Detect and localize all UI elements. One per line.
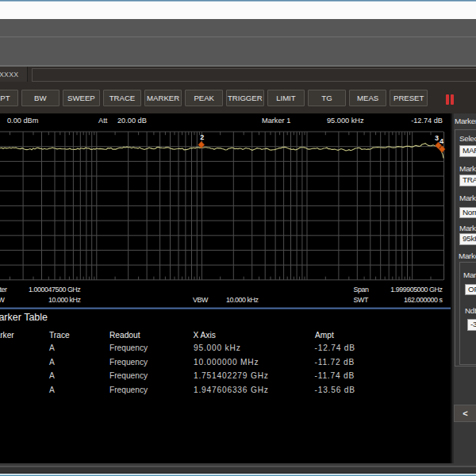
svg-text:VBW: VBW — [193, 296, 209, 304]
svg-text:Span: Span — [354, 286, 369, 294]
svg-text:-11.72 dB: -11.72 dB — [315, 358, 355, 367]
svg-text:3: 3 — [435, 134, 439, 142]
svg-text:Frequency: Frequency — [109, 358, 148, 367]
svg-text:10.000 kHz: 10.000 kHz — [48, 296, 80, 304]
svg-text:-13.56 dB: -13.56 dB — [315, 386, 355, 394]
svg-text:1.000047500 GHz: 1.000047500 GHz — [29, 286, 80, 294]
svg-text:Frequency: Frequency — [109, 386, 148, 394]
svg-text:2: 2 — [200, 133, 204, 141]
svg-text:Marker Table: Marker Table — [0, 312, 48, 323]
svg-text:20.00 dB: 20.00 dB — [117, 117, 147, 125]
svg-text:A: A — [49, 344, 55, 352]
svg-text:Marker 1: Marker 1 — [262, 117, 290, 125]
svg-text:Frequency: Frequency — [109, 344, 148, 352]
svg-text:A: A — [49, 358, 55, 367]
svg-text:-12.74 dB: -12.74 dB — [411, 117, 443, 125]
svg-text:1.999905000 GHz: 1.999905000 GHz — [390, 286, 442, 294]
svg-text:Trace: Trace — [49, 331, 70, 340]
svg-text:10.000 kHz: 10.000 kHz — [226, 296, 258, 304]
svg-text:-11.74 dB: -11.74 dB — [315, 371, 355, 380]
svg-text:4: 4 — [440, 137, 443, 145]
svg-text:Frequency: Frequency — [109, 371, 148, 380]
svg-text:95.000 kHz: 95.000 kHz — [194, 344, 241, 352]
svg-text:A: A — [49, 371, 55, 380]
svg-text:1.947606336 GHz: 1.947606336 GHz — [194, 386, 269, 394]
svg-text:Center: Center — [0, 286, 7, 294]
svg-text:Ampt: Ampt — [315, 331, 334, 340]
svg-text:162.000000 s: 162.000000 s — [404, 296, 443, 304]
svg-text:-12.74 dB: -12.74 dB — [315, 344, 355, 352]
svg-text:A: A — [49, 386, 55, 394]
svg-text:SWT: SWT — [354, 296, 369, 304]
svg-text:0.00 dBm: 0.00 dBm — [7, 117, 39, 125]
svg-text:10.000000 MHz: 10.000000 MHz — [194, 358, 259, 367]
svg-text:Marker: Marker — [0, 331, 14, 340]
svg-text:1.751402279 GHz: 1.751402279 GHz — [194, 371, 269, 380]
svg-text:95.000 kHz: 95.000 kHz — [327, 117, 364, 125]
svg-text:X Axis: X Axis — [194, 331, 216, 340]
svg-text:Att: Att — [98, 117, 108, 125]
svg-text:Readout: Readout — [109, 331, 140, 340]
